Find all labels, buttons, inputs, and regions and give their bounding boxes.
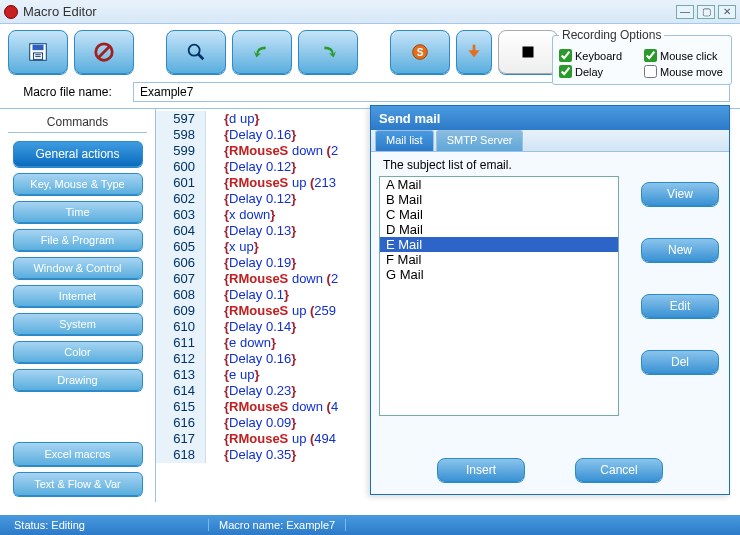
commands-header: Commands <box>8 115 148 133</box>
minimize-button[interactable]: — <box>676 5 694 19</box>
list-item[interactable]: D Mail <box>380 222 618 237</box>
list-item[interactable]: E Mail <box>380 237 618 252</box>
del-button[interactable]: Del <box>641 350 719 374</box>
app-icon <box>4 5 18 19</box>
sidebar-item-7[interactable]: Drawing <box>13 369 143 391</box>
mouse-move-checkbox[interactable]: Mouse move <box>644 65 725 78</box>
delay-checkbox[interactable]: Delay <box>559 65 640 78</box>
list-item[interactable]: F Mail <box>380 252 618 267</box>
keyboard-checkbox[interactable]: Keyboard <box>559 49 640 62</box>
sidebar-item-4[interactable]: Internet <box>13 285 143 307</box>
list-item[interactable]: A Mail <box>380 177 618 192</box>
recording-options-legend: Recording Options <box>559 28 664 42</box>
sidebar-item-2[interactable]: File & Program <box>13 229 143 251</box>
dialog-title: Send mail <box>371 106 729 130</box>
svg-line-6 <box>99 47 110 58</box>
maximize-button[interactable]: ▢ <box>697 5 715 19</box>
mail-listbox[interactable]: A MailB MailC MailD MailE MailF MailG Ma… <box>379 176 619 416</box>
svg-rect-12 <box>523 47 534 58</box>
send-mail-dialog: Send mail Mail list SMTP Server The subj… <box>370 105 730 495</box>
sidebar-item-1[interactable]: Time <box>13 201 143 223</box>
mouse-click-checkbox[interactable]: Mouse click <box>644 49 725 62</box>
status-bar: Status: Editing Macro name: Example7 <box>0 515 740 535</box>
cancel-button[interactable] <box>74 30 134 74</box>
general-actions-button[interactable]: General actions <box>13 141 143 167</box>
sidebar-item-3[interactable]: Window & Control <box>13 257 143 279</box>
save-button[interactable] <box>8 30 68 74</box>
insert-button[interactable]: Insert <box>437 458 525 482</box>
view-button[interactable]: View <box>641 182 719 206</box>
file-name-input[interactable] <box>133 82 730 102</box>
new-button[interactable]: New <box>641 238 719 262</box>
dialog-tabs: Mail list SMTP Server <box>371 130 729 152</box>
status-left: Status: Editing <box>4 519 209 531</box>
redo-button[interactable] <box>298 30 358 74</box>
svg-line-8 <box>198 54 204 60</box>
sidebar-item-6[interactable]: Color <box>13 341 143 363</box>
title-bar: Macro Editor — ▢ ✕ <box>0 0 740 24</box>
sidebar-item-5[interactable]: System <box>13 313 143 335</box>
svg-text:S: S <box>417 47 424 58</box>
tab-smtp-server[interactable]: SMTP Server <box>436 130 524 151</box>
svg-rect-1 <box>33 45 44 51</box>
tab-mail-list[interactable]: Mail list <box>375 130 434 151</box>
undo-button[interactable] <box>232 30 292 74</box>
list-item[interactable]: G Mail <box>380 267 618 282</box>
recording-options-panel: Recording Options Keyboard Mouse click D… <box>552 28 732 85</box>
text-flow-var-button[interactable]: Text & Flow & Var <box>13 472 143 496</box>
commands-sidebar: Commands General actions Key, Mouse & Ty… <box>0 109 155 502</box>
close-button[interactable]: ✕ <box>718 5 736 19</box>
file-name-label: Macro file name: <box>10 85 125 99</box>
dialog-caption: The subject list of email. <box>383 158 512 172</box>
edit-button[interactable]: Edit <box>641 294 719 318</box>
list-item[interactable]: C Mail <box>380 207 618 222</box>
status-right: Macro name: Example7 <box>209 519 346 531</box>
record-down-button[interactable] <box>456 30 492 74</box>
list-item[interactable]: B Mail <box>380 192 618 207</box>
record-button[interactable]: S <box>390 30 450 74</box>
sidebar-item-0[interactable]: Key, Mouse & Type <box>13 173 143 195</box>
search-button[interactable] <box>166 30 226 74</box>
dialog-cancel-button[interactable]: Cancel <box>575 458 663 482</box>
app-title: Macro Editor <box>23 4 97 19</box>
stop-button[interactable] <box>498 30 558 74</box>
excel-macros-button[interactable]: Excel macros <box>13 442 143 466</box>
